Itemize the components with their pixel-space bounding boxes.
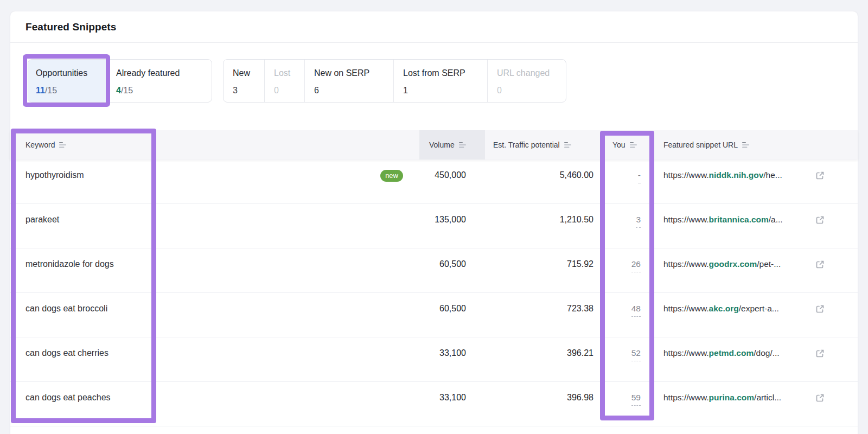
filter-lost-from-serp[interactable]: Lost from SERP 1 <box>394 60 488 102</box>
column-header-featured-snippet-url[interactable]: Featured snippet URL <box>654 130 859 159</box>
url-prefix: https://www. <box>663 170 709 180</box>
featured-snippets-card: Featured Snippets Opportunities 11/15 Al… <box>10 11 858 434</box>
filter-label: New on SERP <box>314 68 387 79</box>
column-header-label: Keyword <box>25 141 55 149</box>
url-path: /pet-... <box>757 259 781 269</box>
tab-count-total: /15 <box>121 86 133 95</box>
url-domain: goodrx.com <box>709 259 757 269</box>
filter-label: Lost <box>274 68 298 79</box>
filter-lost: Lost 0 <box>265 60 305 102</box>
you-position-link[interactable]: 26 <box>631 258 641 272</box>
tab-count: 4/15 <box>116 85 204 97</box>
sort-icon <box>629 142 637 148</box>
filter-count: 3 <box>233 85 258 97</box>
url-path: /articl... <box>754 393 781 402</box>
external-link-icon[interactable] <box>815 304 825 314</box>
filter-url-changed: URL changed 0 <box>488 60 566 102</box>
column-header-keyword[interactable]: Keyword <box>10 130 419 159</box>
filter-new[interactable]: New 3 <box>224 60 265 102</box>
sort-icon <box>742 142 750 148</box>
tab-label: Already featured <box>116 68 204 79</box>
featured-snippet-url-link[interactable]: https://www.purina.com/articl... <box>663 392 781 404</box>
table-row[interactable]: can dogs eat broccoli 60,500 723.38 48 h… <box>10 293 858 337</box>
keyword-text: can dogs eat broccoli <box>25 303 107 315</box>
you-position-link[interactable]: - <box>638 169 641 183</box>
keyword-text: can dogs eat cherries <box>25 347 108 359</box>
status-filter-group: New 3 Lost 0 New on SERP 6 Lost from SER… <box>223 59 566 103</box>
sort-icon <box>564 142 572 148</box>
table-row[interactable]: hypothyroidism new 450,000 5,460.00 - ht… <box>10 159 858 204</box>
sort-icon <box>458 142 467 148</box>
est-traffic-potential-value: 396.98 <box>485 382 601 426</box>
keyword-cell: parakeet <box>10 204 419 248</box>
url-prefix: https://www. <box>663 215 709 224</box>
you-cell: 59 <box>601 382 654 426</box>
url-domain: britannica.com <box>709 215 769 224</box>
you-cell: 48 <box>601 293 654 337</box>
table-row[interactable]: metronidazole for dogs 60,500 715.92 26 … <box>10 248 858 293</box>
filter-count: 1 <box>403 85 481 97</box>
filter-count: 6 <box>314 85 387 97</box>
new-badge: new <box>380 170 403 182</box>
featured-snippet-url-link[interactable]: https://www.goodrx.com/pet-... <box>663 258 781 270</box>
url-prefix: https://www. <box>663 348 709 358</box>
featured-snippet-url-link[interactable]: https://www.akc.org/expert-a... <box>663 303 779 315</box>
you-position-link[interactable]: 59 <box>631 392 641 406</box>
filter-label: Lost from SERP <box>403 68 481 79</box>
volume-value: 33,100 <box>419 337 485 381</box>
column-header-label: Volume <box>429 141 455 149</box>
url-prefix: https://www. <box>663 393 709 402</box>
url-path: /a... <box>769 215 783 224</box>
you-position-link[interactable]: 3 <box>636 214 641 228</box>
column-header-label: Est. Traffic potential <box>493 141 560 149</box>
featured-snippet-url-link[interactable]: https://www.petmd.com/dog/... <box>663 347 780 359</box>
tab-opportunities[interactable]: Opportunities 11/15 <box>28 60 108 102</box>
external-link-icon[interactable] <box>815 393 825 403</box>
volume-value: 450,000 <box>419 159 485 203</box>
keyword-cell: hypothyroidism new <box>10 159 419 203</box>
tab-count: 11/15 <box>36 85 100 97</box>
column-header-you[interactable]: You <box>601 130 654 159</box>
you-position-link[interactable]: 52 <box>631 347 641 361</box>
url-cell: https://www.akc.org/expert-a... <box>654 293 859 337</box>
table-row[interactable]: can dogs eat cherries 33,100 396.21 52 h… <box>10 337 858 382</box>
filter-new-on-serp[interactable]: New on SERP 6 <box>305 60 394 102</box>
volume-value: 60,500 <box>419 293 485 337</box>
volume-value: 60,500 <box>419 248 485 292</box>
tab-already-featured[interactable]: Already featured 4/15 <box>108 60 212 102</box>
keyword-cell: can dogs eat cherries <box>10 337 419 381</box>
est-traffic-potential-value: 5,460.00 <box>485 159 601 203</box>
column-header-volume[interactable]: Volume <box>419 130 485 159</box>
url-cell: https://www.purina.com/articl... <box>654 382 859 426</box>
url-cell: https://www.petmd.com/dog/... <box>654 337 859 381</box>
volume-value: 33,100 <box>419 382 485 426</box>
external-link-icon[interactable] <box>815 215 825 225</box>
url-prefix: https://www. <box>663 304 709 313</box>
tab-label: Opportunities <box>36 68 100 79</box>
column-header-est-traffic-potential[interactable]: Est. Traffic potential <box>485 130 601 159</box>
keyword-text: can dogs eat peaches <box>25 392 111 404</box>
url-cell: https://www.niddk.nih.gov/he... <box>654 159 859 203</box>
url-prefix: https://www. <box>663 259 709 269</box>
filter-count: 0 <box>497 85 559 97</box>
external-link-icon[interactable] <box>815 348 825 359</box>
keyword-cell: can dogs eat broccoli <box>10 293 419 337</box>
external-link-icon[interactable] <box>815 170 825 181</box>
snippet-tabs: Opportunities 11/15 Already featured 4/1… <box>28 59 212 103</box>
page: Featured Snippets Opportunities 11/15 Al… <box>0 0 868 434</box>
featured-snippet-url-link[interactable]: https://www.niddk.nih.gov/he... <box>663 169 782 181</box>
keyword-cell: can dogs eat peaches <box>10 382 419 426</box>
table-row[interactable]: can dogs eat peaches 33,100 396.98 59 ht… <box>10 382 858 426</box>
page-title: Featured Snippets <box>25 21 116 33</box>
featured-snippet-url-link[interactable]: https://www.britannica.com/a... <box>663 214 783 226</box>
tab-count-value: 4 <box>116 86 121 95</box>
you-cell: 26 <box>601 248 654 292</box>
est-traffic-potential-value: 723.38 <box>485 293 601 337</box>
you-cell: 3 <box>601 204 654 248</box>
sort-icon <box>59 142 67 148</box>
external-link-icon[interactable] <box>815 259 825 270</box>
you-position-link[interactable]: 48 <box>631 303 641 317</box>
table-header-row: Keyword Volume Est. Traffic potential Yo… <box>10 130 858 159</box>
url-domain: purina.com <box>709 393 755 402</box>
table-row[interactable]: parakeet 135,000 1,210.50 3 https://www.… <box>10 204 858 248</box>
